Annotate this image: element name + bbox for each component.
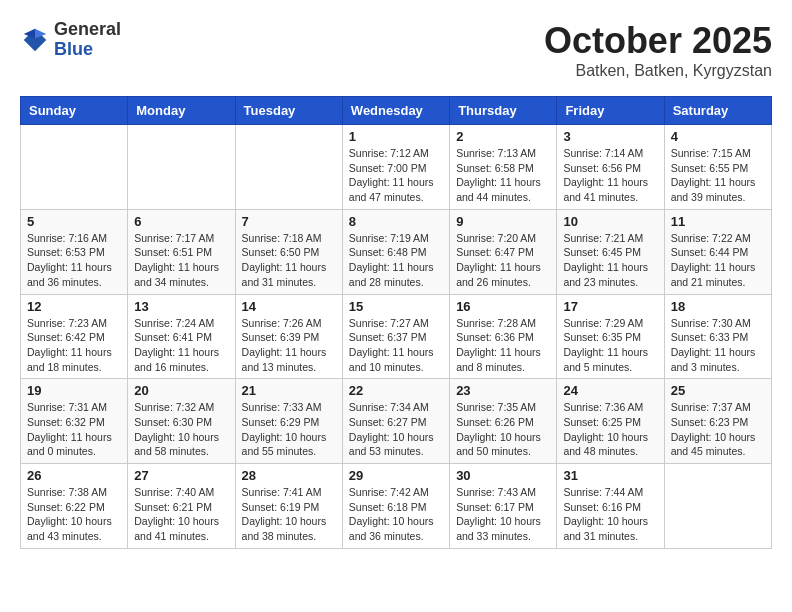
day-number: 1 bbox=[349, 129, 443, 144]
calendar-cell: 26Sunrise: 7:38 AMSunset: 6:22 PMDayligh… bbox=[21, 464, 128, 549]
calendar-cell bbox=[664, 464, 771, 549]
day-number: 11 bbox=[671, 214, 765, 229]
day-number: 7 bbox=[242, 214, 336, 229]
day-number: 15 bbox=[349, 299, 443, 314]
day-number: 19 bbox=[27, 383, 121, 398]
col-sunday: Sunday bbox=[21, 97, 128, 125]
calendar-cell: 9Sunrise: 7:20 AMSunset: 6:47 PMDaylight… bbox=[450, 209, 557, 294]
day-number: 24 bbox=[563, 383, 657, 398]
day-info: Sunrise: 7:19 AMSunset: 6:48 PMDaylight:… bbox=[349, 231, 443, 290]
day-info: Sunrise: 7:13 AMSunset: 6:58 PMDaylight:… bbox=[456, 146, 550, 205]
calendar-cell: 19Sunrise: 7:31 AMSunset: 6:32 PMDayligh… bbox=[21, 379, 128, 464]
day-number: 16 bbox=[456, 299, 550, 314]
calendar-cell: 31Sunrise: 7:44 AMSunset: 6:16 PMDayligh… bbox=[557, 464, 664, 549]
day-info: Sunrise: 7:18 AMSunset: 6:50 PMDaylight:… bbox=[242, 231, 336, 290]
col-monday: Monday bbox=[128, 97, 235, 125]
day-info: Sunrise: 7:35 AMSunset: 6:26 PMDaylight:… bbox=[456, 400, 550, 459]
day-number: 20 bbox=[134, 383, 228, 398]
day-info: Sunrise: 7:17 AMSunset: 6:51 PMDaylight:… bbox=[134, 231, 228, 290]
col-wednesday: Wednesday bbox=[342, 97, 449, 125]
col-saturday: Saturday bbox=[664, 97, 771, 125]
day-info: Sunrise: 7:28 AMSunset: 6:36 PMDaylight:… bbox=[456, 316, 550, 375]
day-info: Sunrise: 7:41 AMSunset: 6:19 PMDaylight:… bbox=[242, 485, 336, 544]
calendar-cell: 16Sunrise: 7:28 AMSunset: 6:36 PMDayligh… bbox=[450, 294, 557, 379]
day-info: Sunrise: 7:20 AMSunset: 6:47 PMDaylight:… bbox=[456, 231, 550, 290]
calendar-table: Sunday Monday Tuesday Wednesday Thursday… bbox=[20, 96, 772, 549]
calendar-cell: 22Sunrise: 7:34 AMSunset: 6:27 PMDayligh… bbox=[342, 379, 449, 464]
col-thursday: Thursday bbox=[450, 97, 557, 125]
calendar-cell: 27Sunrise: 7:40 AMSunset: 6:21 PMDayligh… bbox=[128, 464, 235, 549]
weekday-header-row: Sunday Monday Tuesday Wednesday Thursday… bbox=[21, 97, 772, 125]
day-info: Sunrise: 7:12 AMSunset: 7:00 PMDaylight:… bbox=[349, 146, 443, 205]
calendar-cell: 23Sunrise: 7:35 AMSunset: 6:26 PMDayligh… bbox=[450, 379, 557, 464]
day-number: 10 bbox=[563, 214, 657, 229]
calendar-cell: 12Sunrise: 7:23 AMSunset: 6:42 PMDayligh… bbox=[21, 294, 128, 379]
col-friday: Friday bbox=[557, 97, 664, 125]
day-info: Sunrise: 7:27 AMSunset: 6:37 PMDaylight:… bbox=[349, 316, 443, 375]
day-info: Sunrise: 7:42 AMSunset: 6:18 PMDaylight:… bbox=[349, 485, 443, 544]
calendar-cell: 28Sunrise: 7:41 AMSunset: 6:19 PMDayligh… bbox=[235, 464, 342, 549]
calendar-cell: 11Sunrise: 7:22 AMSunset: 6:44 PMDayligh… bbox=[664, 209, 771, 294]
day-number: 22 bbox=[349, 383, 443, 398]
calendar-week-2: 5Sunrise: 7:16 AMSunset: 6:53 PMDaylight… bbox=[21, 209, 772, 294]
calendar-cell bbox=[235, 125, 342, 210]
calendar-cell: 1Sunrise: 7:12 AMSunset: 7:00 PMDaylight… bbox=[342, 125, 449, 210]
day-info: Sunrise: 7:22 AMSunset: 6:44 PMDaylight:… bbox=[671, 231, 765, 290]
calendar-week-1: 1Sunrise: 7:12 AMSunset: 7:00 PMDaylight… bbox=[21, 125, 772, 210]
day-info: Sunrise: 7:26 AMSunset: 6:39 PMDaylight:… bbox=[242, 316, 336, 375]
day-info: Sunrise: 7:30 AMSunset: 6:33 PMDaylight:… bbox=[671, 316, 765, 375]
calendar-cell: 20Sunrise: 7:32 AMSunset: 6:30 PMDayligh… bbox=[128, 379, 235, 464]
day-info: Sunrise: 7:36 AMSunset: 6:25 PMDaylight:… bbox=[563, 400, 657, 459]
day-info: Sunrise: 7:31 AMSunset: 6:32 PMDaylight:… bbox=[27, 400, 121, 459]
day-info: Sunrise: 7:43 AMSunset: 6:17 PMDaylight:… bbox=[456, 485, 550, 544]
logo: General Blue bbox=[20, 20, 121, 60]
calendar-cell: 13Sunrise: 7:24 AMSunset: 6:41 PMDayligh… bbox=[128, 294, 235, 379]
day-info: Sunrise: 7:21 AMSunset: 6:45 PMDaylight:… bbox=[563, 231, 657, 290]
calendar-cell: 10Sunrise: 7:21 AMSunset: 6:45 PMDayligh… bbox=[557, 209, 664, 294]
day-number: 29 bbox=[349, 468, 443, 483]
day-number: 27 bbox=[134, 468, 228, 483]
calendar-week-4: 19Sunrise: 7:31 AMSunset: 6:32 PMDayligh… bbox=[21, 379, 772, 464]
day-number: 6 bbox=[134, 214, 228, 229]
day-number: 30 bbox=[456, 468, 550, 483]
logo-icon bbox=[20, 25, 50, 55]
logo-general-text: General bbox=[54, 20, 121, 40]
calendar-cell: 29Sunrise: 7:42 AMSunset: 6:18 PMDayligh… bbox=[342, 464, 449, 549]
day-info: Sunrise: 7:29 AMSunset: 6:35 PMDaylight:… bbox=[563, 316, 657, 375]
calendar-cell: 8Sunrise: 7:19 AMSunset: 6:48 PMDaylight… bbox=[342, 209, 449, 294]
day-info: Sunrise: 7:40 AMSunset: 6:21 PMDaylight:… bbox=[134, 485, 228, 544]
day-info: Sunrise: 7:24 AMSunset: 6:41 PMDaylight:… bbox=[134, 316, 228, 375]
day-info: Sunrise: 7:38 AMSunset: 6:22 PMDaylight:… bbox=[27, 485, 121, 544]
day-number: 2 bbox=[456, 129, 550, 144]
logo-text: General Blue bbox=[54, 20, 121, 60]
day-number: 17 bbox=[563, 299, 657, 314]
day-number: 21 bbox=[242, 383, 336, 398]
calendar-cell: 5Sunrise: 7:16 AMSunset: 6:53 PMDaylight… bbox=[21, 209, 128, 294]
day-number: 4 bbox=[671, 129, 765, 144]
calendar-cell: 30Sunrise: 7:43 AMSunset: 6:17 PMDayligh… bbox=[450, 464, 557, 549]
day-number: 13 bbox=[134, 299, 228, 314]
calendar-cell: 17Sunrise: 7:29 AMSunset: 6:35 PMDayligh… bbox=[557, 294, 664, 379]
day-info: Sunrise: 7:14 AMSunset: 6:56 PMDaylight:… bbox=[563, 146, 657, 205]
calendar-cell: 2Sunrise: 7:13 AMSunset: 6:58 PMDaylight… bbox=[450, 125, 557, 210]
calendar-week-3: 12Sunrise: 7:23 AMSunset: 6:42 PMDayligh… bbox=[21, 294, 772, 379]
location: Batken, Batken, Kyrgyzstan bbox=[544, 62, 772, 80]
calendar-cell: 14Sunrise: 7:26 AMSunset: 6:39 PMDayligh… bbox=[235, 294, 342, 379]
calendar-cell: 4Sunrise: 7:15 AMSunset: 6:55 PMDaylight… bbox=[664, 125, 771, 210]
day-info: Sunrise: 7:23 AMSunset: 6:42 PMDaylight:… bbox=[27, 316, 121, 375]
day-info: Sunrise: 7:15 AMSunset: 6:55 PMDaylight:… bbox=[671, 146, 765, 205]
day-number: 26 bbox=[27, 468, 121, 483]
day-info: Sunrise: 7:37 AMSunset: 6:23 PMDaylight:… bbox=[671, 400, 765, 459]
calendar-week-5: 26Sunrise: 7:38 AMSunset: 6:22 PMDayligh… bbox=[21, 464, 772, 549]
day-number: 8 bbox=[349, 214, 443, 229]
title-block: October 2025 Batken, Batken, Kyrgyzstan bbox=[544, 20, 772, 80]
calendar-cell: 24Sunrise: 7:36 AMSunset: 6:25 PMDayligh… bbox=[557, 379, 664, 464]
calendar-cell: 25Sunrise: 7:37 AMSunset: 6:23 PMDayligh… bbox=[664, 379, 771, 464]
day-number: 18 bbox=[671, 299, 765, 314]
calendar-cell: 21Sunrise: 7:33 AMSunset: 6:29 PMDayligh… bbox=[235, 379, 342, 464]
calendar-cell: 3Sunrise: 7:14 AMSunset: 6:56 PMDaylight… bbox=[557, 125, 664, 210]
day-number: 31 bbox=[563, 468, 657, 483]
day-number: 12 bbox=[27, 299, 121, 314]
logo-blue-text: Blue bbox=[54, 40, 121, 60]
calendar-cell bbox=[21, 125, 128, 210]
